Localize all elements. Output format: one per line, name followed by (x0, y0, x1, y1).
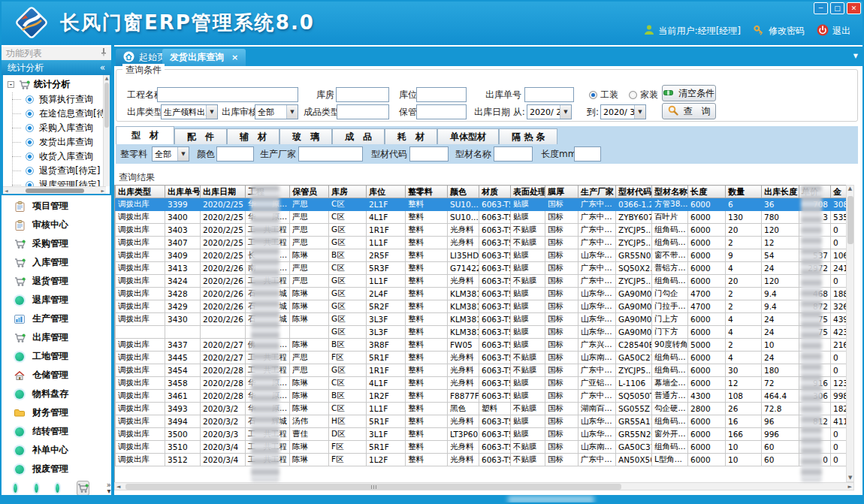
quick-green-dot-icon[interactable] (35, 484, 38, 493)
warehouse-input[interactable] (336, 87, 389, 102)
column-header[interactable]: 出库日期 (201, 186, 246, 198)
radio-gongzhuang[interactable]: 工装 (589, 87, 618, 102)
column-header[interactable]: 长度 (688, 186, 726, 198)
table-row[interactable]: 调拨出库33992020/2/25华原...严思C区2L1F整料SU10...6… (116, 198, 847, 211)
sidebar-item-入库管理[interactable]: 入库管理 (2, 253, 111, 272)
product-type-input[interactable] (337, 104, 389, 119)
column-header[interactable]: 膜厚 (545, 186, 579, 198)
collapse-expander-icon[interactable]: - (8, 81, 14, 88)
column-header[interactable]: 型材名称 (652, 186, 688, 198)
material-tab[interactable]: 隔 热 条 (499, 128, 557, 144)
sidebar-item-退货管理[interactable]: 退货管理 (2, 272, 111, 291)
column-header[interactable]: 库位 (367, 186, 406, 198)
sidebar-item-财务管理[interactable]: 财务管理 (2, 403, 111, 422)
sidebar-item-项目管理[interactable]: 项目管理 (2, 197, 111, 216)
column-header[interactable]: 颜色 (448, 186, 479, 198)
material-tab[interactable]: 耗 材 (385, 128, 437, 144)
sidebar-section-statistics[interactable]: 统计分析 « (2, 60, 111, 75)
column-header[interactable]: 单价 (799, 186, 831, 198)
column-header[interactable]: 保管员 (290, 186, 329, 198)
profile-code-input[interactable] (409, 146, 449, 161)
grid-horizontal-scrollbar[interactable]: ◄► (114, 482, 854, 490)
quick-green-dot-icon[interactable] (56, 484, 59, 493)
column-header[interactable]: 生产厂家 (579, 186, 616, 198)
column-header[interactable]: 出库长度 (762, 186, 799, 198)
tree-horizontal-scrollbar[interactable]: ◄► (3, 186, 106, 194)
table-row[interactable]: 调拨出库34302020/2/26石城陈琳G区3L3F整料KLM38176063… (116, 313, 847, 326)
order-no-input[interactable] (524, 87, 574, 102)
material-tab[interactable]: 辅 材 (227, 128, 279, 144)
tree-item[interactable]: 预算执行查询 (3, 92, 110, 107)
keeper-input[interactable] (416, 104, 467, 119)
maker-input[interactable] (298, 146, 363, 161)
tab-overflow-icon[interactable]: ▼ (853, 53, 858, 59)
table-row[interactable]: 调拨出库35122020/3/4工共工程陈琳F区1L2F整料光身料6063-T5… (116, 454, 847, 466)
sidebar-item-仓储管理[interactable]: 仓储管理 (2, 366, 111, 385)
maximize-button[interactable]: □ (830, 2, 844, 14)
material-tab[interactable]: 成 品 (332, 128, 385, 144)
logout-link[interactable]: 退出 (817, 24, 850, 38)
project-name-input[interactable] (157, 87, 298, 102)
table-row[interactable]: 调拨出库34942020/3/2石辉城汤伟H区5R1F整料光身料6063-T5贴… (116, 415, 847, 428)
tab-close-icon[interactable]: × (231, 53, 238, 62)
grid-vertical-scrollbar[interactable]: ▲▼ (846, 185, 854, 482)
column-header[interactable]: 出库类型 (116, 186, 165, 198)
date-to-picker[interactable]: 2020/ 3/16 ▼ (600, 104, 646, 119)
material-tab[interactable]: 玻 璃 (279, 128, 332, 144)
whole-part-select[interactable]: 全部 ▼ (152, 146, 189, 161)
sidebar-item-出库管理[interactable]: 出库管理 (2, 328, 111, 347)
table-row[interactable]: 调拨出库34372020/2/27佛...陈琳B区3R8F整料FW056063-… (116, 339, 847, 352)
quick-cart-button[interactable] (77, 481, 89, 496)
table-row[interactable]: 调拨出库34282020/2/26石城陈琳G区2L4F整料KLM38176063… (116, 288, 847, 300)
column-header[interactable]: 库房 (329, 186, 367, 198)
table-row[interactable]: 调拨出库34932020/3/2华原...陈琳C区1L1F整料黑色塑料不贴膜国标… (116, 403, 847, 415)
color-input[interactable] (216, 146, 254, 161)
column-header[interactable]: 金 (831, 186, 847, 198)
table-row[interactable]: 调拨出库34242020/2/26工共工程严思G区1L1F整料光身料6063-T… (116, 275, 847, 288)
tab-shipping-outbound-query[interactable]: 发货出库查询 × (162, 49, 246, 66)
search-button[interactable]: 查 询 (662, 103, 716, 119)
minimize-button[interactable]: ─ (814, 2, 828, 14)
table-row[interactable]: 调拨出库34452020/2/27工共工程严思F区5R1F整料光身料6063-T… (116, 352, 847, 364)
location-input[interactable] (416, 87, 467, 102)
table-row[interactable]: 调拨出库35002020/3/3工共工程曹佳D区3L1F整料LT3P606063… (116, 428, 847, 441)
sidebar-item-物料盘存[interactable]: 物料盘存 (2, 385, 111, 403)
tree-item[interactable]: 发货出库查询 (3, 135, 110, 149)
table-row[interactable]: 调拨出库34072020/2/25工共工程严思G区1L1F整料光身料6063-T… (116, 237, 847, 249)
sidebar-item-审核中心[interactable]: 审核中心 (2, 216, 111, 234)
clear-conditions-button[interactable]: 清空条件 (662, 85, 716, 101)
change-password-link[interactable]: 修改密码 (753, 24, 805, 38)
profile-name-input[interactable] (494, 146, 533, 161)
material-tab[interactable]: 配 件 (174, 128, 227, 144)
tree-item[interactable]: 采购入库查询 (3, 121, 110, 135)
table-row[interactable]: 调拨出库34002020/2/25华原...严思C区4L1F整料SU10...6… (116, 211, 847, 224)
radio-jiazhuang[interactable]: 家装 (629, 87, 658, 102)
tree-item[interactable]: 在途信息查询[待 (3, 107, 110, 121)
date-from-picker[interactable]: 2020/ 2/16 ▼ (527, 104, 572, 119)
column-header[interactable]: 材质 (479, 186, 511, 198)
column-header[interactable]: 出库单号 (165, 186, 201, 198)
table-row[interactable]: G区3L3F整料KLM38176063-T5贴膜国标山东华...GA90M09.… (116, 326, 847, 339)
sidebar-item-报废管理[interactable]: 报废管理 (2, 460, 111, 478)
sidebar-item-工地管理[interactable]: 工地管理 (2, 347, 111, 366)
collapse-icon[interactable]: « (100, 62, 105, 73)
sidebar-item-结转管理[interactable]: 结转管理 (2, 422, 111, 441)
length-input[interactable] (574, 146, 601, 161)
column-header[interactable]: 工程 (246, 186, 290, 198)
sidebar-item-退库管理[interactable]: 退库管理 (2, 291, 111, 309)
table-row[interactable]: 调拨出库34292020/2/26石城陈琳G区5R2F整料KLM38176063… (116, 300, 847, 313)
sidebar-item-采购管理[interactable]: 采购管理 (2, 234, 111, 253)
table-row[interactable]: 调拨出库34582020/2/28华原...陈琳C区4L1F整料光身料6063-… (116, 377, 847, 390)
table-row[interactable]: 调拨出库34542020/2/28工共工程严思G区1R1F整料光身料6063-T… (116, 364, 847, 377)
audit-select[interactable]: 全部 ▼ (255, 104, 298, 119)
column-header[interactable]: 整零料 (406, 186, 448, 198)
column-header[interactable]: 型材代码 (616, 186, 652, 198)
tree-root-statistics[interactable]: - 统计分析 (3, 75, 110, 92)
table-row[interactable]: 调拨出库34032020/2/25工共工程严思G区1R1F整料光身料6063-T… (116, 224, 847, 237)
quick-green-dot-icon[interactable] (14, 484, 17, 493)
material-tab[interactable]: 单体型材 (437, 128, 499, 144)
sidebar-item-生产管理[interactable]: 生产管理 (2, 309, 111, 328)
tree-item[interactable]: 收货入库查询 (3, 149, 110, 164)
out-type-select[interactable]: 生产领料出库 ▼ (161, 104, 218, 119)
table-row[interactable]: 调拨出库34612020/2/28华原...陈琳B区1R2F整料F8877FT6… (116, 390, 847, 403)
